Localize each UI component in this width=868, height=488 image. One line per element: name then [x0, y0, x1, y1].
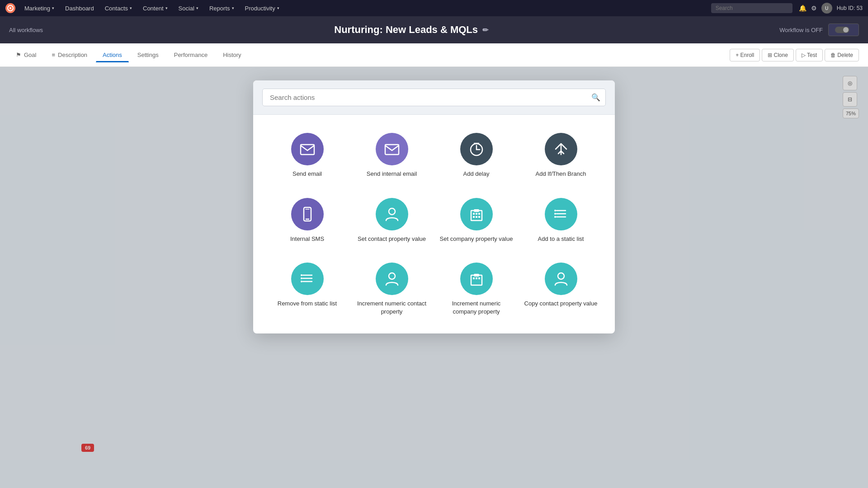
- action-send-email[interactable]: Send email: [267, 126, 348, 185]
- workflow-status: Workflow is OFF: [779, 27, 823, 33]
- action-label: Remove from static list: [278, 300, 337, 308]
- action-add-if-then[interactable]: Add If/Then Branch: [520, 126, 601, 185]
- action-label: Send internal email: [367, 170, 417, 178]
- svg-point-25: [554, 216, 556, 218]
- nav-chevron: ▾: [52, 6, 54, 10]
- svg-rect-36: [478, 277, 480, 279]
- global-search-input[interactable]: [711, 3, 793, 13]
- action-remove-static-list[interactable]: Remove from static list: [267, 255, 348, 323]
- svg-rect-33: [471, 275, 482, 285]
- action-increment-contact[interactable]: Increment numeric contact property: [351, 255, 432, 323]
- actions-grid: Send email Send internal email Add delay: [253, 115, 615, 333]
- enroll-button[interactable]: + Enroll: [730, 49, 760, 61]
- if-then-icon: [545, 133, 577, 165]
- edit-workflow-name-icon[interactable]: ✏: [482, 26, 488, 34]
- delete-button[interactable]: 🗑 Delete: [825, 49, 859, 61]
- search-icon[interactable]: 🔍: [591, 93, 600, 102]
- svg-point-30: [301, 277, 302, 279]
- svg-rect-3: [385, 145, 399, 155]
- svg-point-1: [9, 7, 11, 9]
- svg-rect-17: [476, 216, 477, 218]
- svg-rect-18: [478, 216, 480, 218]
- hub-id: Hub ID: 53: [837, 5, 863, 11]
- nav-chevron: ▾: [196, 6, 198, 10]
- tab-goal[interactable]: ⚑ Goal: [9, 48, 43, 61]
- notifications-icon[interactable]: 🔔: [799, 5, 807, 12]
- actions-search-input[interactable]: [262, 89, 606, 106]
- modal-arrow: [424, 80, 444, 82]
- set-contact-property-icon: [376, 198, 408, 230]
- action-copy-contact-property[interactable]: Copy contact property value: [520, 255, 601, 323]
- svg-rect-16: [473, 216, 475, 218]
- remove-static-list-icon: [291, 263, 324, 295]
- action-label: Increment numeric company property: [439, 300, 513, 315]
- settings-icon[interactable]: ⚙: [811, 5, 817, 12]
- nav-reports[interactable]: Reports ▾: [205, 3, 239, 14]
- action-label: Copy contact property value: [524, 300, 598, 308]
- clone-button[interactable]: ⊞ Clone: [762, 49, 794, 61]
- nav-contacts[interactable]: Contacts ▾: [100, 3, 137, 14]
- internal-sms-icon: [291, 198, 324, 230]
- nav-content[interactable]: Content ▾: [138, 3, 172, 14]
- nav-chevron: ▾: [277, 6, 279, 10]
- modal-search-bar: 🔍: [253, 80, 615, 115]
- send-email-icon: [291, 133, 324, 165]
- action-label: Send email: [292, 170, 322, 178]
- tab-description[interactable]: ≡ Description: [45, 48, 94, 61]
- action-increment-company[interactable]: Increment numeric company property: [436, 255, 517, 323]
- send-internal-email-icon: [376, 133, 408, 165]
- top-navigation: Marketing ▾ Dashboard Contacts ▾ Content…: [0, 0, 868, 16]
- add-static-list-icon: [545, 198, 577, 230]
- action-add-delay[interactable]: Add delay: [436, 126, 517, 185]
- action-send-internal-email[interactable]: Send internal email: [351, 126, 432, 185]
- svg-rect-14: [476, 213, 477, 215]
- add-delay-icon: [460, 133, 493, 165]
- tab-history[interactable]: History: [216, 48, 248, 61]
- svg-point-11: [389, 208, 395, 215]
- svg-rect-34: [473, 277, 475, 279]
- action-label: Set company property value: [440, 235, 513, 243]
- svg-point-32: [389, 273, 395, 279]
- svg-point-29: [301, 274, 302, 276]
- tab-bar: ⚑ Goal ≡ Description Actions Settings Pe…: [0, 43, 868, 67]
- workflow-title: Nurturing: New Leads & MQLs ✏: [43, 24, 779, 36]
- user-avatar[interactable]: U: [821, 3, 832, 14]
- workflow-toggle-button[interactable]: [828, 23, 859, 37]
- action-set-contact-property[interactable]: Set contact property value: [351, 191, 432, 250]
- goal-icon: ⚑: [16, 52, 21, 58]
- test-button[interactable]: ▷ Test: [796, 49, 823, 61]
- action-label: Set contact property value: [358, 235, 426, 243]
- action-label: Increment numeric contact property: [355, 300, 429, 315]
- nav-chevron: ▾: [130, 6, 132, 10]
- hubspot-logo: [5, 3, 15, 13]
- nav-productivity[interactable]: Productivity ▾: [241, 3, 284, 14]
- svg-point-23: [554, 210, 556, 211]
- action-set-company-property[interactable]: Set company property value: [436, 191, 517, 250]
- tab-settings[interactable]: Settings: [131, 48, 165, 61]
- increment-contact-icon: [376, 263, 408, 295]
- action-add-static-list[interactable]: Add to a static list: [520, 191, 601, 250]
- increment-company-icon: [460, 263, 493, 295]
- copy-contact-property-icon: [545, 263, 577, 295]
- svg-rect-15: [478, 213, 480, 215]
- actions-modal-overlay: 🔍 Send email Send internal emai: [0, 67, 868, 488]
- tab-actions[interactable]: Actions: [96, 48, 129, 62]
- action-internal-sms[interactable]: Internal SMS: [267, 191, 348, 250]
- workflow-canvas: Follow up - Hot user Thank you Competiti…: [0, 67, 868, 488]
- workflow-header: All workflows Nurturing: New Leads & MQL…: [0, 16, 868, 43]
- svg-rect-12: [471, 211, 482, 221]
- svg-rect-35: [476, 277, 477, 279]
- nav-dashboard[interactable]: Dashboard: [61, 3, 99, 14]
- description-icon: ≡: [52, 52, 55, 58]
- all-workflows-link[interactable]: All workflows: [9, 27, 43, 33]
- svg-rect-13: [473, 213, 475, 215]
- actions-modal: 🔍 Send email Send internal emai: [253, 80, 615, 333]
- nav-chevron: ▾: [165, 6, 168, 10]
- nav-social[interactable]: Social ▾: [174, 3, 203, 14]
- action-label: Add to a static list: [538, 235, 584, 243]
- nav-marketing[interactable]: Marketing ▾: [20, 3, 59, 14]
- svg-rect-2: [301, 145, 314, 155]
- action-label: Internal SMS: [290, 235, 324, 243]
- tab-performance[interactable]: Performance: [167, 48, 214, 61]
- action-label: Add delay: [463, 170, 490, 178]
